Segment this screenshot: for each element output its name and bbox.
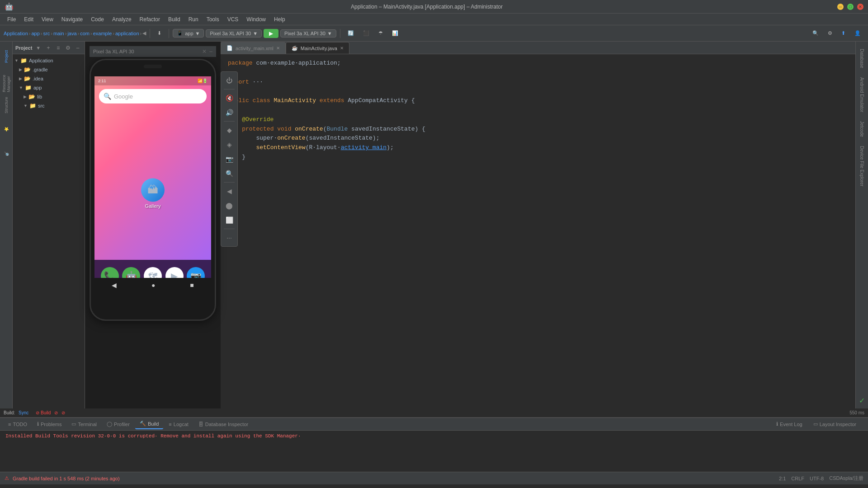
status-position[interactable]: 2:1 bbox=[779, 476, 786, 481]
breadcrumb-java[interactable]: java bbox=[67, 31, 76, 36]
bottom-tab-terminal[interactable]: ▭ Terminal bbox=[67, 419, 101, 429]
build-tab-label: Build bbox=[148, 421, 159, 427]
menu-code[interactable]: Code bbox=[87, 15, 108, 23]
sidebar-item-project[interactable]: Project bbox=[1, 45, 12, 68]
breadcrumb-application[interactable]: Application bbox=[4, 31, 28, 36]
reload-button[interactable]: 🔄 bbox=[344, 28, 358, 39]
bottom-tab-todo[interactable]: ≡ TODO bbox=[4, 419, 32, 429]
tree-item-application[interactable]: ▼ 📁 Application bbox=[13, 56, 85, 65]
status-encoding[interactable]: UTF-8 bbox=[810, 476, 824, 481]
breadcrumb-application2[interactable]: application bbox=[115, 31, 139, 36]
status-line-ending[interactable]: CRLF bbox=[791, 476, 804, 481]
minimize-button[interactable]: ─ bbox=[837, 4, 844, 10]
emulator-nav-back[interactable]: ◀ bbox=[112, 282, 117, 289]
settings-button[interactable]: ⚙ bbox=[824, 28, 836, 39]
status-extra[interactable]: CSDAspla/注册 bbox=[829, 475, 863, 482]
bottom-tab-logcat[interactable]: ≡ Logcat bbox=[164, 419, 193, 429]
emu-power-button[interactable]: ⏻ bbox=[222, 74, 236, 87]
emu-more-button[interactable]: ··· bbox=[222, 231, 236, 244]
project-dropdown-icon[interactable]: ▼ bbox=[36, 45, 41, 51]
emu-recents-button[interactable]: ⬜ bbox=[222, 213, 236, 227]
menu-refactor[interactable]: Refactor bbox=[136, 15, 164, 23]
emu-rotate-button[interactable]: ◆ bbox=[222, 123, 236, 137]
sidebar-item-favorites[interactable]: ⭐ bbox=[1, 118, 12, 141]
tree-item-app[interactable]: ▼ 📁 app bbox=[13, 83, 85, 92]
emu-volume-down-button[interactable]: 🔇 bbox=[222, 91, 236, 105]
run-button[interactable]: ▶ bbox=[264, 29, 278, 38]
code-line-3: import ··· bbox=[228, 78, 848, 87]
tree-item-idea[interactable]: ▶ 📂 .idea bbox=[13, 74, 85, 83]
menu-window[interactable]: Window bbox=[243, 15, 269, 23]
update-button[interactable]: ⬆ bbox=[838, 28, 849, 39]
breadcrumb-example[interactable]: example bbox=[93, 31, 112, 36]
device-selector-1[interactable]: Pixel 3a XL API 30 ▼ bbox=[206, 29, 262, 38]
menu-tools[interactable]: Tools bbox=[203, 15, 223, 23]
sidebar-item-search[interactable]: 🔍 bbox=[1, 143, 12, 165]
window-controls[interactable]: ─ □ ✕ bbox=[837, 4, 863, 10]
menu-analyze[interactable]: Analyze bbox=[108, 15, 135, 23]
coverage-button[interactable]: ☂ bbox=[375, 28, 387, 39]
right-sidebar-device-file[interactable]: Device File Explorer bbox=[859, 142, 865, 190]
menu-view[interactable]: View bbox=[38, 15, 57, 23]
sidebar-item-resource-manager[interactable]: Resource Manager bbox=[1, 70, 12, 92]
tab-java-close[interactable]: ✕ bbox=[340, 46, 344, 51]
breadcrumb-src[interactable]: src bbox=[43, 31, 50, 36]
project-collapse-button[interactable]: ≡ bbox=[54, 43, 62, 52]
breadcrumb-app[interactable]: app bbox=[32, 31, 40, 36]
menu-edit[interactable]: Edit bbox=[20, 15, 37, 23]
maximize-button[interactable]: □ bbox=[847, 4, 854, 10]
menu-build[interactable]: Build bbox=[165, 15, 184, 23]
right-sidebar-android-emulator[interactable]: Android Emulator bbox=[859, 74, 865, 116]
right-sidebar-jetcode[interactable]: Jetcode bbox=[859, 117, 865, 141]
tree-item-lib[interactable]: ▶ 📂 lib bbox=[13, 92, 85, 101]
right-sidebar-database[interactable]: Database bbox=[859, 45, 865, 72]
emu-screenshot-button[interactable]: 📷 bbox=[222, 152, 236, 166]
avatar-button[interactable]: 👤 bbox=[851, 28, 864, 39]
stop-button[interactable]: ⬛ bbox=[359, 28, 373, 39]
tree-item-src[interactable]: ▼ 📁 src bbox=[13, 101, 85, 110]
emulator-gallery-app[interactable]: 🏔 Gallery bbox=[141, 178, 165, 209]
git-update-button[interactable]: ⬇ bbox=[154, 28, 165, 39]
bottom-tab-profiler[interactable]: ◯ Profiler bbox=[102, 419, 134, 429]
emulator-nav-recents[interactable]: ■ bbox=[190, 282, 193, 289]
bottom-tab-build[interactable]: 🔨 Build bbox=[135, 419, 163, 429]
emu-zoom-button[interactable]: 🔍 bbox=[222, 167, 236, 180]
search-everywhere-button[interactable]: 🔍 bbox=[809, 28, 822, 39]
profile-button[interactable]: 📊 bbox=[388, 28, 402, 39]
emulator-search-bar[interactable]: 🔍 Google bbox=[99, 89, 207, 103]
tree-item-gradle[interactable]: ▶ 📂 .gradle bbox=[13, 65, 85, 74]
sidebar-item-structure[interactable]: Structure bbox=[1, 94, 12, 117]
device-selector-2[interactable]: Pixel 3a XL API 30 ▼ bbox=[280, 29, 336, 38]
emu-shake-button[interactable]: ◈ bbox=[222, 138, 236, 151]
emu-tool-sep-4 bbox=[224, 229, 235, 229]
menu-help[interactable]: Help bbox=[270, 15, 289, 23]
menu-vcs[interactable]: VCS bbox=[224, 15, 242, 23]
bottom-tab-layout-inspector[interactable]: ▭ Layout Inspector bbox=[809, 419, 861, 429]
emu-home-button[interactable]: ⬤ bbox=[222, 199, 236, 212]
bottom-tab-database-inspector[interactable]: 🗄 Database Inspector bbox=[194, 419, 253, 429]
breadcrumb-nav-back[interactable]: ◀ bbox=[142, 30, 146, 36]
run-config-selector[interactable]: 📱 app ▼ bbox=[173, 29, 204, 38]
build-sync-link[interactable]: Sync bbox=[19, 410, 28, 415]
emulator-screen[interactable]: 2:11 📶🔋 🔍 Google 🏔 Gallery 📞 🤖 🗺 ▶ 📷 bbox=[94, 76, 211, 292]
menu-file[interactable]: File bbox=[4, 15, 19, 23]
menu-navigate[interactable]: Navigate bbox=[58, 15, 86, 23]
close-button[interactable]: ✕ bbox=[857, 4, 863, 10]
bottom-tab-problems[interactable]: ℹ Problems bbox=[33, 419, 66, 429]
emulator-nav-home[interactable]: ● bbox=[151, 282, 155, 289]
breadcrumb-com[interactable]: com bbox=[80, 31, 90, 36]
project-new-button[interactable]: + bbox=[44, 43, 52, 52]
emulator-minimize-btn[interactable]: – bbox=[209, 48, 212, 55]
breadcrumb-main[interactable]: main bbox=[53, 31, 64, 36]
menu-run[interactable]: Run bbox=[185, 15, 202, 23]
code-editor[interactable]: package com·example·application; import … bbox=[221, 54, 855, 408]
project-gear-button[interactable]: ⚙ bbox=[64, 43, 72, 52]
bottom-tab-event-log[interactable]: ℹ Event Log bbox=[772, 419, 807, 429]
project-minimize-button[interactable]: – bbox=[74, 43, 82, 52]
emulator-close-btn[interactable]: ✕ bbox=[202, 48, 207, 55]
emu-back-button[interactable]: ◀ bbox=[222, 184, 236, 198]
tab-activity-main-xml[interactable]: 📄 activity_main.xml ✕ bbox=[221, 42, 286, 54]
tab-mainactivity-java[interactable]: ☕ MainActivity.java ✕ bbox=[286, 42, 349, 54]
tab-xml-close[interactable]: ✕ bbox=[276, 46, 280, 51]
emu-volume-up-button[interactable]: 🔊 bbox=[222, 106, 236, 119]
